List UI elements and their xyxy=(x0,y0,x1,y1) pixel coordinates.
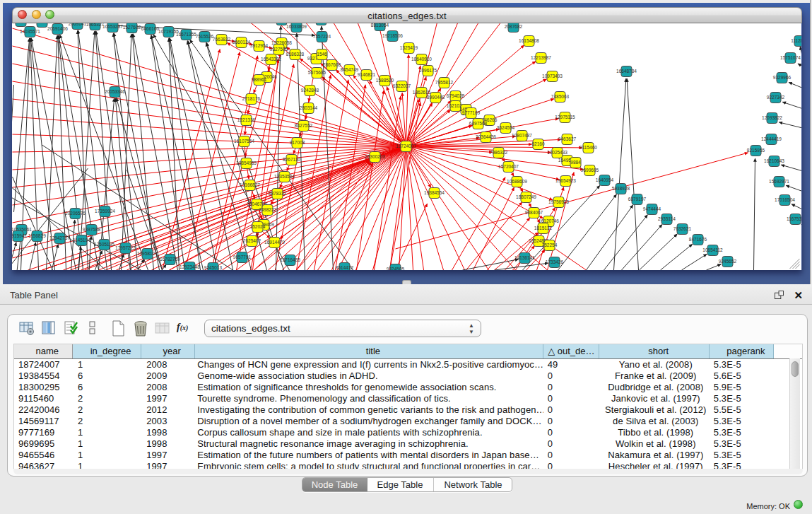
svg-text:2935114: 2935114 xyxy=(658,216,676,221)
svg-text:5675685: 5675685 xyxy=(308,70,326,75)
svg-text:10025433: 10025433 xyxy=(547,150,567,155)
svg-text:2803144: 2803144 xyxy=(300,105,318,110)
svg-text:7485063: 7485063 xyxy=(551,94,570,99)
svg-text:7986322: 7986322 xyxy=(490,150,508,155)
svg-text:9324505: 9324505 xyxy=(387,267,405,270)
svg-text:19218506: 19218506 xyxy=(382,33,403,38)
svg-text:988961: 988961 xyxy=(252,77,267,82)
svg-text:16671355: 16671355 xyxy=(176,32,196,37)
svg-text:9397588: 9397588 xyxy=(83,227,101,232)
svg-text:10807487: 10807487 xyxy=(512,133,532,138)
svg-text:10654112: 10654112 xyxy=(702,247,723,252)
svg-text:252254: 252254 xyxy=(542,243,558,247)
svg-text:8813054: 8813054 xyxy=(371,23,389,28)
svg-text:1815132: 1815132 xyxy=(534,226,553,230)
svg-text:16782759: 16782759 xyxy=(160,257,180,262)
svg-text:8454749: 8454749 xyxy=(341,67,359,72)
svg-text:1145194: 1145194 xyxy=(73,238,90,243)
svg-text:15716485: 15716485 xyxy=(280,257,300,262)
svg-text:9463627: 9463627 xyxy=(558,136,577,141)
svg-text:3915941: 3915941 xyxy=(12,233,28,238)
svg-text:6466160: 6466160 xyxy=(141,26,160,31)
svg-text:7625402: 7625402 xyxy=(243,238,261,243)
svg-text:17359924: 17359924 xyxy=(95,209,115,214)
svg-text:20053346: 20053346 xyxy=(105,89,125,94)
svg-text:2087682: 2087682 xyxy=(505,24,523,29)
svg-text:12923448: 12923448 xyxy=(180,264,200,269)
svg-text:1065327: 1065327 xyxy=(86,23,105,27)
svg-text:152024: 152024 xyxy=(250,224,266,229)
svg-text:7357224: 7357224 xyxy=(313,34,331,39)
svg-text:20364436: 20364436 xyxy=(476,134,496,139)
svg-text:10653287: 10653287 xyxy=(102,24,123,29)
svg-text:14035571: 14035571 xyxy=(20,29,40,34)
svg-text:18640910: 18640910 xyxy=(411,57,432,62)
svg-text:1112847: 1112847 xyxy=(791,38,801,43)
svg-text:1167533: 1167533 xyxy=(787,216,801,221)
svg-text:8186328: 8186328 xyxy=(286,52,305,57)
svg-text:16648784: 16648784 xyxy=(616,69,637,74)
svg-text:25300203: 25300203 xyxy=(365,154,385,159)
svg-text:16154808: 16154808 xyxy=(519,38,539,43)
svg-text:9474444: 9474444 xyxy=(643,206,661,211)
svg-text:2069141: 2069141 xyxy=(69,23,87,26)
svg-text:6794028: 6794028 xyxy=(447,93,465,98)
svg-text:5938928: 5938928 xyxy=(612,186,630,191)
svg-text:16543382: 16543382 xyxy=(261,57,281,62)
svg-text:7515526: 7515526 xyxy=(196,34,214,39)
svg-text:9777169: 9777169 xyxy=(462,110,481,115)
svg-text:9146821: 9146821 xyxy=(358,72,376,77)
svg-text:20206576: 20206576 xyxy=(65,211,86,216)
svg-text:1527602: 1527602 xyxy=(123,25,141,30)
svg-text:15720407: 15720407 xyxy=(498,164,519,169)
svg-text:1156829: 1156829 xyxy=(28,233,46,238)
svg-text:12444419: 12444419 xyxy=(761,136,782,141)
svg-text:9699695: 9699695 xyxy=(581,168,599,173)
svg-text:10958107: 10958107 xyxy=(137,251,158,256)
svg-text:12093822: 12093822 xyxy=(762,115,782,120)
svg-text:9884: 9884 xyxy=(570,160,581,165)
svg-text:8471676: 8471676 xyxy=(689,237,707,242)
svg-text:9245652: 9245652 xyxy=(719,259,737,264)
svg-text:6879197: 6879197 xyxy=(628,197,647,201)
svg-text:917008: 917008 xyxy=(290,140,305,145)
svg-text:8878332: 8878332 xyxy=(269,191,287,196)
svg-text:19654923: 19654923 xyxy=(555,178,576,183)
svg-text:1733426: 1733426 xyxy=(546,259,564,264)
svg-text:1362615: 1362615 xyxy=(413,90,431,95)
svg-text:1096175: 1096175 xyxy=(419,68,437,73)
svg-text:3912954: 3912954 xyxy=(250,43,269,48)
svg-text:17016504: 17016504 xyxy=(775,197,795,202)
svg-text:8427552: 8427552 xyxy=(295,123,313,128)
svg-text:7955812: 7955812 xyxy=(435,80,454,85)
svg-text:1325419: 1325419 xyxy=(400,45,418,50)
svg-text:8660124: 8660124 xyxy=(233,40,251,45)
svg-text:8215955: 8215955 xyxy=(747,148,765,153)
svg-text:9329966: 9329966 xyxy=(773,75,792,80)
svg-text:9245013: 9245013 xyxy=(204,265,223,270)
svg-text:16210643: 16210643 xyxy=(764,158,784,163)
svg-text:9084067: 9084067 xyxy=(525,210,543,215)
svg-text:19854985: 19854985 xyxy=(236,160,257,165)
svg-text:16107554: 16107554 xyxy=(234,139,254,144)
svg-text:9227342: 9227342 xyxy=(767,95,785,100)
svg-text:12975115: 12975115 xyxy=(555,115,575,119)
svg-text:16033809: 16033809 xyxy=(286,24,307,29)
svg-text:8990448: 8990448 xyxy=(427,95,445,100)
svg-text:2718176: 2718176 xyxy=(242,96,261,101)
svg-text:9327505: 9327505 xyxy=(270,47,288,52)
svg-text:10688609: 10688609 xyxy=(507,179,527,184)
svg-text:62160: 62160 xyxy=(531,141,544,146)
svg-text:19756928: 19756928 xyxy=(548,199,569,204)
svg-text:3624554: 3624554 xyxy=(497,125,515,130)
svg-text:9657791: 9657791 xyxy=(233,255,252,259)
svg-text:7632621: 7632621 xyxy=(673,226,692,231)
svg-text:14136141: 14136141 xyxy=(514,255,535,260)
svg-text:1403557: 1403557 xyxy=(33,23,52,24)
svg-text:17957223: 17957223 xyxy=(115,245,136,250)
svg-text:6322037: 6322037 xyxy=(393,83,411,88)
svg-text:12353594: 12353594 xyxy=(274,174,295,179)
svg-text:1546: 1546 xyxy=(317,52,327,57)
svg-text:8267110: 8267110 xyxy=(283,157,300,162)
svg-text:10973493: 10973493 xyxy=(542,74,563,78)
